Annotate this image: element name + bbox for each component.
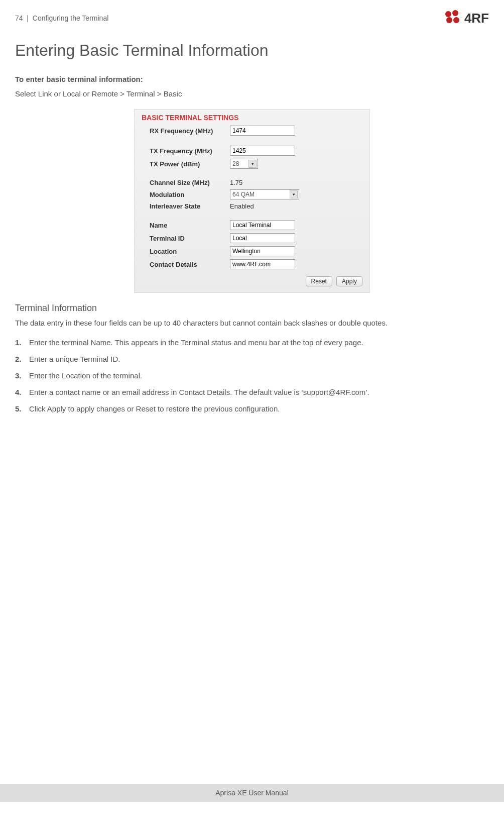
name-label: Name	[142, 222, 230, 229]
list-item: 1. Enter the terminal Name. This appears…	[15, 338, 489, 347]
logo-icon	[444, 10, 461, 26]
svg-point-2	[446, 17, 452, 23]
contact-label: Contact Details	[142, 261, 230, 268]
step-text: Enter a contact name or an email address…	[29, 388, 369, 396]
intro-heading: To enter basic terminal information:	[15, 75, 489, 83]
step-list: 1. Enter the terminal Name. This appears…	[15, 338, 489, 413]
tx-freq-label: TX Frequency (MHz)	[142, 147, 230, 155]
step-number: 4.	[15, 388, 29, 396]
interleaver-value: Enabled	[230, 202, 254, 210]
rx-freq-label: RX Frequency (MHz)	[142, 127, 230, 135]
channel-size-value: 1.75	[230, 179, 242, 186]
page-number: 74	[15, 14, 23, 22]
tx-power-select[interactable]: 28 ▾	[230, 159, 258, 169]
rx-freq-input[interactable]	[230, 126, 295, 136]
step-number: 2.	[15, 355, 29, 363]
contact-input[interactable]	[230, 259, 295, 269]
list-item: 4. Enter a contact name or an email addr…	[15, 388, 489, 396]
brand-logo: 4RF	[444, 10, 489, 26]
intro-text: Select Link or Local or Remote > Termina…	[15, 88, 489, 99]
svg-point-0	[445, 11, 451, 17]
location-input[interactable]	[230, 246, 295, 256]
header-breadcrumb: 74 | Configuring the Terminal	[15, 14, 108, 22]
apply-button[interactable]: Apply	[336, 276, 362, 286]
step-number: 3.	[15, 371, 29, 380]
modulation-value: 64 QAM	[232, 191, 255, 198]
modulation-select[interactable]: 64 QAM ▾	[230, 189, 299, 199]
section-body: The data entry in these four fields can …	[15, 318, 489, 328]
page-title: Entering Basic Terminal Information	[15, 41, 489, 60]
terminal-id-input[interactable]	[230, 233, 295, 243]
logo-text: 4RF	[464, 11, 489, 26]
chevron-down-icon: ▾	[290, 190, 298, 198]
svg-point-1	[452, 10, 458, 16]
chevron-down-icon: ▾	[248, 160, 257, 168]
list-item: 5. Click Apply to apply changes or Reset…	[15, 404, 489, 413]
page-header: 74 | Configuring the Terminal 4RF	[15, 10, 489, 26]
step-text: Enter the terminal Name. This appears in…	[29, 338, 363, 347]
panel-title: BASIC TERMINAL SETTINGS	[142, 114, 362, 122]
step-number: 5.	[15, 404, 29, 413]
terminal-id-label: Terminal ID	[142, 235, 230, 242]
settings-panel: BASIC TERMINAL SETTINGS RX Frequency (MH…	[134, 109, 370, 293]
page-footer: Aprisa XE User Manual	[0, 784, 504, 802]
step-number: 1.	[15, 338, 29, 347]
tx-power-label: TX Power (dBm)	[142, 160, 230, 168]
step-text: Enter the Location of the terminal.	[29, 371, 142, 380]
name-input[interactable]	[230, 220, 295, 230]
interleaver-label: Interleaver State	[142, 202, 230, 210]
tx-freq-input[interactable]	[230, 146, 295, 156]
location-label: Location	[142, 248, 230, 255]
list-item: 2. Enter a unique Terminal ID.	[15, 355, 489, 363]
step-text: Enter a unique Terminal ID.	[29, 355, 120, 363]
tx-power-value: 28	[232, 160, 239, 167]
section-heading: Terminal Information	[15, 303, 489, 314]
channel-size-label: Channel Size (MHz)	[142, 179, 230, 186]
step-text: Click Apply to apply changes or Reset to…	[29, 404, 280, 413]
reset-button[interactable]: Reset	[306, 276, 332, 286]
modulation-label: Modulation	[142, 191, 230, 198]
list-item: 3. Enter the Location of the terminal.	[15, 371, 489, 380]
section-name: Configuring the Terminal	[33, 14, 109, 22]
svg-point-3	[453, 17, 459, 23]
